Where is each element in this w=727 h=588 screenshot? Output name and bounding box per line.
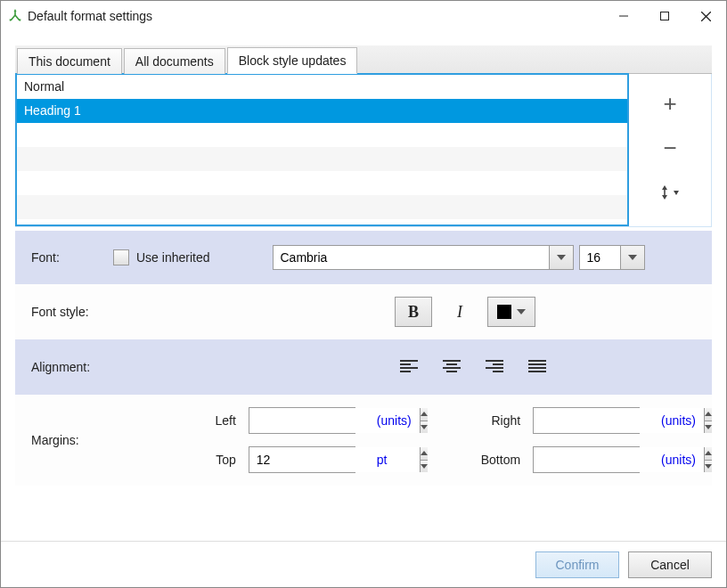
margin-right-spinner[interactable]: [533, 407, 640, 434]
add-style-button[interactable]: +: [649, 88, 690, 118]
margins-label: Margins:: [31, 433, 81, 447]
spin-down[interactable]: [421, 421, 428, 434]
spin-up[interactable]: [705, 447, 712, 461]
style-row-empty: [17, 123, 627, 147]
content-area: This document All documents Block style …: [1, 31, 726, 541]
use-inherited-label: Use inherited: [136, 250, 210, 265]
tab-bar: This document All documents Block style …: [15, 45, 712, 74]
style-row-empty: [17, 147, 627, 171]
chevron-down-icon: [517, 309, 526, 314]
margin-top-spinner[interactable]: [249, 446, 355, 473]
tab-all-documents[interactable]: All documents: [124, 48, 225, 74]
bold-icon: B: [408, 303, 419, 322]
margin-bottom-label: Bottom: [481, 453, 520, 467]
chevron-down-icon: [628, 255, 637, 260]
maximize-button[interactable]: [644, 3, 685, 29]
italic-button[interactable]: I: [441, 297, 478, 327]
style-list[interactable]: Normal Heading 1: [15, 73, 629, 226]
spin-up[interactable]: [421, 408, 428, 421]
svg-marker-31: [421, 464, 428, 469]
margins-band: Margins: Left (units) Right (units): [15, 395, 712, 486]
style-row-normal[interactable]: Normal: [17, 75, 627, 99]
font-size-input[interactable]: [579, 245, 620, 270]
alignment-label: Alignment:: [31, 360, 90, 374]
align-center-icon: [443, 360, 461, 374]
titlebar: Default format settings: [1, 1, 726, 31]
font-size-combo[interactable]: [579, 245, 645, 270]
reorder-style-button[interactable]: [649, 177, 690, 208]
dialog-footer: Confirm Cancel: [1, 541, 726, 587]
titlebar-left: Default format settings: [8, 9, 152, 23]
svg-marker-4: [662, 185, 667, 190]
align-left-icon: [400, 360, 418, 374]
margin-right-label: Right: [481, 413, 520, 428]
cancel-button[interactable]: Cancel: [628, 551, 712, 578]
margin-bottom-spinner[interactable]: [533, 446, 640, 473]
confirm-button-label: Confirm: [555, 558, 599, 572]
confirm-button[interactable]: Confirm: [535, 551, 619, 578]
align-center-button[interactable]: [443, 360, 461, 374]
style-row-empty: [17, 171, 627, 195]
font-style-band: Font style: B I: [15, 284, 712, 339]
style-row-heading1[interactable]: Heading 1: [17, 99, 627, 123]
margin-bottom-units[interactable]: (units): [661, 453, 696, 467]
svg-marker-33: [705, 464, 712, 469]
tab-area: This document All documents Block style …: [15, 45, 712, 227]
font-band: Font: Use inherited: [15, 231, 712, 284]
updown-arrow-icon: [658, 183, 682, 202]
margin-left-label: Left: [215, 413, 235, 428]
svg-rect-3: [661, 12, 669, 20]
font-color-button[interactable]: [487, 297, 535, 327]
close-button[interactable]: [685, 3, 726, 29]
svg-marker-6: [674, 191, 679, 195]
remove-style-button[interactable]: −: [649, 133, 690, 163]
margin-left-units[interactable]: (units): [377, 413, 412, 428]
settings-area: Font: Use inherited: [15, 231, 712, 486]
font-style-label: Font style:: [31, 305, 89, 319]
align-right-button[interactable]: [486, 360, 503, 374]
minus-icon: −: [663, 136, 676, 159]
svg-marker-28: [705, 412, 712, 416]
chevron-down-icon: [557, 255, 566, 260]
svg-marker-30: [421, 451, 428, 455]
svg-marker-26: [421, 412, 428, 416]
margin-left-spinner[interactable]: [249, 407, 355, 434]
spin-up[interactable]: [421, 447, 428, 461]
window-title: Default format settings: [28, 9, 152, 23]
svg-marker-32: [705, 451, 712, 455]
minimize-button[interactable]: [603, 3, 644, 29]
align-justify-button[interactable]: [528, 360, 546, 374]
app-icon: [8, 9, 22, 23]
font-label: Font:: [31, 250, 113, 265]
plus-icon: +: [663, 92, 676, 115]
dialog-window: Default format settings This document Al…: [0, 0, 727, 588]
spin-up[interactable]: [705, 408, 712, 421]
cancel-button-label: Cancel: [650, 558, 690, 572]
style-panel: Normal Heading 1 + −: [15, 74, 712, 227]
color-swatch-icon: [497, 305, 511, 319]
svg-marker-27: [421, 425, 428, 429]
font-name-dropdown[interactable]: [549, 245, 574, 270]
svg-marker-7: [557, 255, 566, 260]
svg-marker-5: [662, 195, 667, 200]
tab-block-style-updates[interactable]: Block style updates: [227, 47, 358, 74]
svg-marker-29: [705, 425, 712, 429]
svg-marker-8: [628, 255, 637, 260]
font-name-input[interactable]: [273, 245, 549, 270]
bold-button[interactable]: B: [395, 297, 432, 327]
align-left-button[interactable]: [400, 360, 418, 374]
margin-right-units[interactable]: (units): [661, 413, 696, 428]
spin-down[interactable]: [705, 461, 712, 473]
italic-icon: I: [457, 303, 462, 322]
tab-this-document[interactable]: This document: [17, 48, 122, 74]
font-size-dropdown[interactable]: [620, 245, 645, 270]
spin-down[interactable]: [705, 421, 712, 434]
margin-top-units[interactable]: pt: [377, 453, 412, 467]
spin-down[interactable]: [421, 461, 428, 473]
alignment-band: Alignment:: [15, 339, 712, 395]
margins-grid: Left (units) Right (units) Top: [215, 407, 696, 473]
margin-top-label: Top: [215, 453, 235, 467]
use-inherited-checkbox[interactable]: [113, 249, 129, 265]
font-name-combo[interactable]: [273, 245, 574, 270]
window-controls: [603, 3, 726, 29]
